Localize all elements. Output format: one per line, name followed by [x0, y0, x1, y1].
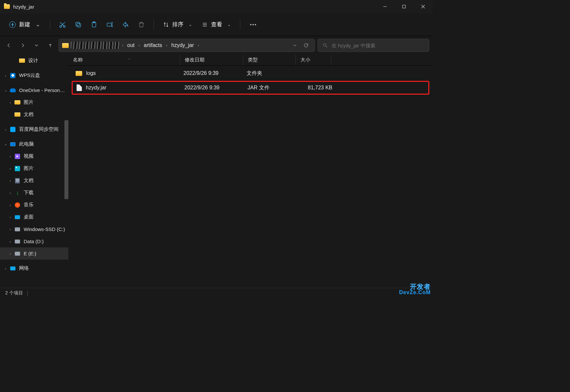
svg-line-20 — [326, 46, 327, 47]
title-bar: hzydy_jar — [0, 0, 433, 13]
music-icon — [14, 202, 20, 208]
sidebar-item-label: 视频 — [24, 153, 34, 159]
view-icon — [202, 22, 208, 28]
forward-button[interactable] — [17, 40, 28, 51]
expander-icon[interactable]: › — [8, 227, 12, 231]
expander-icon[interactable]: › — [8, 154, 12, 158]
dl-icon: ↓ — [14, 190, 20, 196]
maximize-button[interactable] — [394, 0, 414, 13]
drive-icon — [14, 251, 20, 257]
sidebar-item-label: OneDrive - Person… — [19, 87, 65, 93]
new-label: 新建 — [19, 21, 30, 28]
expander-icon[interactable]: › — [3, 127, 8, 131]
chevron-down-icon: ⌄ — [227, 22, 231, 27]
expander-icon[interactable]: › — [8, 191, 12, 195]
back-button[interactable] — [3, 40, 14, 51]
file-row[interactable]: hzydy.jar 2022/9/26 9:39 JAR 文件 81,723 K… — [72, 81, 429, 95]
separator — [240, 20, 240, 30]
rename-button[interactable] — [103, 18, 117, 32]
sidebar-item-label: 百度网盘同步空间 — [19, 126, 59, 132]
expander-icon[interactable]: › — [8, 252, 12, 256]
sidebar-item[interactable]: › Windows-SSD (C:) — [0, 223, 68, 235]
chevron-right-icon: › — [138, 43, 140, 48]
svg-rect-12 — [107, 23, 111, 26]
chevron-down-icon: ⌄ — [36, 21, 40, 28]
breadcrumb-segment[interactable]: artifacts — [142, 42, 164, 49]
search-bar[interactable] — [318, 39, 429, 52]
expander-icon[interactable]: › — [8, 167, 12, 171]
sidebar-item[interactable]: › 网络 — [0, 262, 68, 274]
expander-icon[interactable]: › — [3, 266, 8, 270]
delete-button[interactable] — [134, 18, 148, 32]
address-bar[interactable]: › out › artifacts › hzydy_jar › — [59, 39, 315, 52]
sidebar-item-label: Data (D:) — [24, 239, 44, 244]
scrollbar-thumb[interactable] — [64, 120, 68, 199]
sidebar-item[interactable]: 设计 — [0, 55, 68, 67]
sidebar-item[interactable]: › 图片 — [0, 162, 68, 174]
breadcrumb-segment[interactable]: out — [125, 42, 136, 49]
redacted-path — [71, 42, 120, 49]
sidebar-item[interactable]: › E (E:) — [0, 247, 68, 260]
new-button[interactable]: 新建 ⌄ — [5, 18, 45, 31]
file-type: 文件夹 — [247, 70, 299, 77]
sort-label: 排序 — [172, 21, 183, 28]
up-button[interactable] — [45, 40, 56, 51]
sidebar-item-label: 音乐 — [24, 202, 34, 208]
sidebar-item[interactable]: › Data (D:) — [0, 235, 68, 247]
refresh-icon[interactable] — [303, 43, 309, 48]
search-input[interactable] — [332, 43, 424, 48]
column-name[interactable]: 名称 ⌃ — [68, 55, 180, 65]
expander-icon[interactable]: › — [8, 240, 12, 243]
sidebar-item[interactable]: › 百度网盘同步空间 — [0, 123, 68, 135]
sidebar-item[interactable]: › 桌面 — [0, 211, 68, 223]
video-icon — [14, 153, 20, 159]
sidebar-item[interactable]: › 视频 — [0, 150, 68, 162]
watermark: 开发者 DevZe.CoM — [399, 283, 431, 295]
expander-icon[interactable]: › — [8, 215, 12, 219]
column-date[interactable]: 修改日期 — [180, 55, 243, 65]
sort-indicator-icon: ⌃ — [128, 58, 131, 62]
column-type[interactable]: 类型 — [243, 55, 296, 65]
sidebar-item[interactable]: ⌄ OneDrive - Person… — [0, 84, 68, 96]
sort-button[interactable]: 排序 ⌄ — [159, 18, 196, 31]
chevron-down-icon[interactable] — [292, 43, 297, 48]
separator — [50, 20, 50, 30]
expander-icon[interactable]: ⌄ — [3, 88, 8, 92]
expander-icon[interactable]: ⌄ — [3, 142, 8, 146]
sidebar-item[interactable]: › 文档 — [0, 174, 68, 187]
recent-button[interactable] — [31, 40, 42, 51]
sidebar-item-label: E (E:) — [24, 251, 36, 256]
main: 设计› WPS云盘⌄ OneDrive - Person…› 图片 文档› 百度… — [0, 55, 433, 288]
status-bar: 2 个项目 | — [0, 288, 433, 298]
sidebar-item-label: 此电脑 — [19, 141, 34, 147]
column-size[interactable]: 大小 — [296, 55, 331, 65]
expander-icon[interactable]: › — [8, 179, 12, 183]
wps-icon — [10, 73, 16, 79]
minimize-button[interactable] — [375, 0, 394, 13]
paste-button[interactable] — [87, 18, 101, 32]
copy-button[interactable] — [71, 18, 85, 32]
more-button[interactable] — [246, 21, 261, 29]
sidebar-item[interactable]: 文档 — [0, 108, 68, 121]
file-name: logs — [86, 70, 96, 76]
view-button[interactable]: 查看 ⌄ — [198, 18, 235, 31]
breadcrumb-segment[interactable]: hzydy_jar — [169, 42, 196, 49]
sidebar-item-label: 网络 — [19, 265, 29, 271]
share-button[interactable] — [119, 18, 132, 32]
desktop-icon — [14, 214, 20, 220]
close-button[interactable] — [414, 0, 433, 13]
expander-icon[interactable]: › — [3, 74, 8, 78]
cut-button[interactable] — [56, 18, 69, 32]
file-row[interactable]: logs 2022/9/26 9:39 文件夹 — [72, 66, 429, 80]
pc-icon — [10, 141, 16, 147]
expander-icon[interactable]: › — [8, 101, 12, 104]
sidebar-item[interactable]: › WPS云盘 — [0, 69, 68, 81]
sidebar-item[interactable]: ⌄ 此电脑 — [0, 138, 68, 150]
address-row: › out › artifacts › hzydy_jar › — [0, 36, 433, 55]
sidebar-item[interactable]: › 图片 — [0, 96, 68, 108]
expander-icon[interactable]: › — [8, 203, 12, 207]
sort-icon — [163, 22, 169, 28]
sidebar-item[interactable]: › ↓ 下载 — [0, 187, 68, 199]
sidebar-item[interactable]: › 音乐 — [0, 199, 68, 211]
svg-point-5 — [63, 25, 65, 27]
